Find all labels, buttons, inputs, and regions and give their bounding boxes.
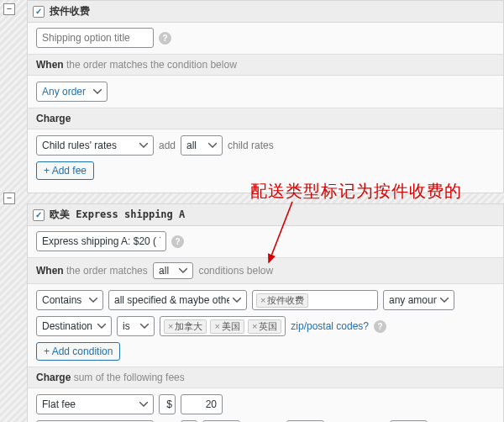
tag-item: ×美国 [210,319,244,334]
add-label: add [159,140,176,151]
cond-scope-select[interactable]: all specified & maybe others [108,290,247,310]
collapse-toggle[interactable]: − [3,193,15,204]
rates-select[interactable]: Child rules' rates [36,135,154,156]
add-condition-button[interactable]: + Add condition [36,342,120,361]
match-mode-select[interactable]: all [153,262,193,279]
tag-item: ×英国 [248,319,281,334]
tag-item: ×加拿大 [164,319,207,334]
shipping-title-input[interactable] [36,231,166,251]
rule-title: 按件收费 [50,4,90,18]
when-section-header: When the order matches all conditions be… [28,257,503,284]
charge-section-header: Charge sum of the following fees [28,367,503,388]
currency-input[interactable] [159,394,176,414]
rule-card-1: ✓ 按件收费 ? When the order matches the cond… [27,0,504,193]
when-section-header: When the order matches the condition bel… [28,54,503,76]
cond-compare-select[interactable]: is [117,316,155,336]
rule-checkbox[interactable]: ✓ [33,6,45,18]
tag-item: × 按件收费 [256,293,308,308]
rule-card-2: ✓ 欧美 Express shipping A ? When the order… [27,203,504,422]
rule-title: 欧美 Express shipping A [50,208,185,222]
zip-codes-link[interactable]: zip/postal codes? [291,320,369,332]
amount-input[interactable] [181,394,223,414]
all-select[interactable]: all [181,135,223,156]
destination-tags-input[interactable]: ×加拿大 ×美国 ×英国 [160,316,286,336]
help-icon[interactable]: ? [374,320,386,333]
rule-header: ✓ 欧美 Express shipping A [28,204,503,226]
cond-op-select[interactable]: Contains [36,290,103,310]
tag-remove-icon[interactable]: × [214,321,219,331]
order-condition-select[interactable]: Any order [36,82,108,102]
cond-amount-select[interactable]: any amount [383,290,454,310]
collapse-toggle[interactable]: − [3,3,15,15]
help-icon[interactable]: ? [171,235,184,248]
cond-field-select[interactable]: Destination [36,316,112,336]
child-rates-label: child rates [228,140,274,151]
rule-checkbox[interactable]: ✓ [33,209,45,221]
fee-type-select[interactable]: Flat fee [36,394,154,414]
tag-remove-icon[interactable]: × [168,321,173,331]
cond-tags-input[interactable]: × 按件收费 [252,290,378,310]
tag-remove-icon[interactable]: × [260,295,265,305]
help-icon[interactable]: ? [159,32,171,45]
charge-section-header: Charge [28,108,503,129]
add-fee-button[interactable]: + Add fee [36,161,94,180]
tag-remove-icon[interactable]: × [252,321,257,331]
rule-header: ✓ 按件收费 [28,1,503,23]
shipping-title-input[interactable] [36,28,154,48]
